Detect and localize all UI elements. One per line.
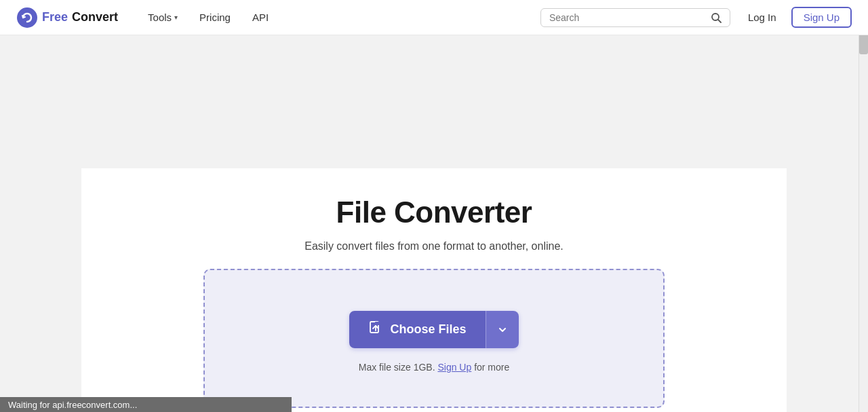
signup-button[interactable]: Sign Up <box>791 7 852 28</box>
search-icon <box>711 12 722 23</box>
status-bar: Waiting for api.freeconvert.com... <box>0 397 292 412</box>
chevron-down-icon <box>497 324 508 335</box>
search-area <box>540 8 730 27</box>
sidebar-right <box>787 35 868 412</box>
upload-container: Choose Files Max file size 1GB. Sign Up … <box>203 269 665 408</box>
svg-point-0 <box>17 7 37 28</box>
choose-files-button[interactable]: Choose Files <box>349 311 485 348</box>
file-icon <box>368 320 383 339</box>
logo-convert-text: Convert <box>72 10 118 24</box>
search-button[interactable] <box>711 12 722 23</box>
choose-files-label: Choose Files <box>390 322 466 337</box>
hero-section: File Converter Easily convert files from… <box>291 168 577 269</box>
content-area: File Converter Easily convert files from… <box>81 35 787 412</box>
logo-icon <box>16 7 38 29</box>
navbar: FreeConvert Tools ▾ Pricing API Log In S… <box>0 0 868 35</box>
hero-subtitle: Easily convert files from one format to … <box>304 240 564 252</box>
scrollbar[interactable] <box>859 0 868 412</box>
hero-title: File Converter <box>304 195 564 229</box>
nav-pricing[interactable]: Pricing <box>191 7 239 27</box>
file-limit-signup-link[interactable]: Sign Up <box>437 362 471 373</box>
nav-tools-label: Tools <box>148 12 172 23</box>
main-wrapper: File Converter Easily convert files from… <box>0 35 868 412</box>
sidebar-left <box>0 35 81 412</box>
nav-pricing-label: Pricing <box>199 12 231 23</box>
ad-banner <box>81 35 787 168</box>
login-button[interactable]: Log In <box>741 7 783 27</box>
logo-free-text: Free <box>42 10 68 24</box>
nav-api[interactable]: API <box>244 7 277 27</box>
svg-line-2 <box>718 20 721 22</box>
logo-link[interactable]: FreeConvert <box>16 7 118 29</box>
choose-files-row: Choose Files <box>349 311 518 348</box>
search-input[interactable] <box>549 12 705 23</box>
file-limit-text: Max file size 1GB. Sign Up for more <box>359 362 510 373</box>
chevron-down-icon: ▾ <box>174 14 178 21</box>
file-upload-icon <box>368 320 383 335</box>
nav-tools[interactable]: Tools ▾ <box>140 7 186 27</box>
nav-api-label: API <box>252 12 269 23</box>
status-text: Waiting for api.freeconvert.com... <box>8 400 137 410</box>
nav-links: Tools ▾ Pricing API <box>140 7 277 27</box>
auth-area: Log In Sign Up <box>741 7 852 28</box>
choose-files-dropdown[interactable] <box>486 311 519 348</box>
